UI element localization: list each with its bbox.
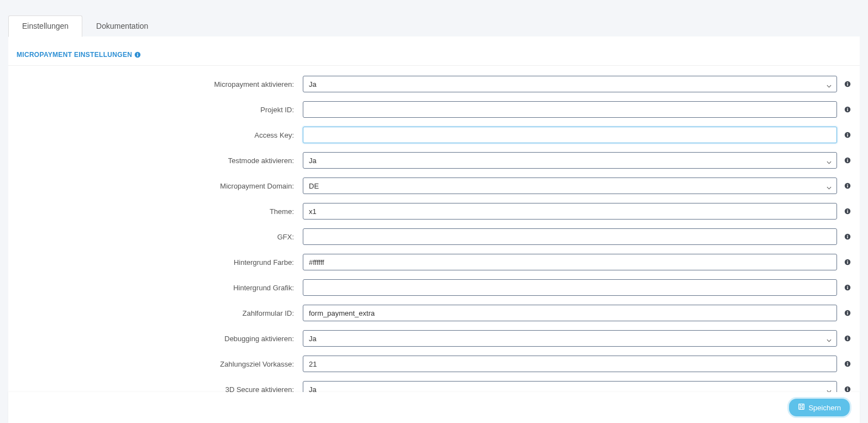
row-debugging: Debugging aktivieren: Ja bbox=[8, 330, 860, 347]
input-bgcolor[interactable] bbox=[303, 254, 837, 270]
info-icon[interactable] bbox=[844, 284, 851, 291]
info-icon[interactable] bbox=[844, 156, 851, 164]
label-bggraphic: Hintergrund Grafik: bbox=[17, 284, 303, 292]
info-icon[interactable] bbox=[844, 207, 851, 215]
svg-rect-25 bbox=[847, 262, 848, 264]
row-testmode: Testmode aktivieren: Ja bbox=[8, 152, 860, 169]
row-payform-id: Zahlformular ID: bbox=[8, 305, 860, 321]
label-theme: Theme: bbox=[17, 207, 303, 216]
input-payform-id[interactable] bbox=[303, 305, 837, 321]
info-icon[interactable] bbox=[844, 106, 851, 113]
svg-rect-23 bbox=[847, 235, 848, 236]
svg-rect-29 bbox=[847, 286, 848, 287]
tab-settings-label: Einstellungen bbox=[22, 22, 69, 30]
svg-rect-16 bbox=[847, 185, 848, 187]
info-icon[interactable] bbox=[844, 182, 851, 190]
label-activate: Micropayment aktivieren: bbox=[17, 80, 303, 88]
input-project-id[interactable] bbox=[303, 101, 837, 118]
row-theme: Theme: bbox=[8, 203, 860, 220]
row-bggraphic: Hintergrund Grafik: bbox=[8, 279, 860, 296]
info-icon[interactable] bbox=[134, 51, 141, 58]
svg-rect-7 bbox=[847, 109, 848, 111]
info-icon[interactable] bbox=[844, 360, 851, 368]
svg-rect-20 bbox=[847, 210, 848, 211]
input-access-key[interactable] bbox=[303, 127, 837, 143]
svg-rect-5 bbox=[847, 82, 848, 83]
svg-rect-4 bbox=[847, 83, 848, 86]
select-activate[interactable]: Ja bbox=[303, 76, 837, 92]
svg-rect-2 bbox=[137, 53, 138, 54]
row-domain: Micropayment Domain: DE bbox=[8, 177, 860, 194]
tab-docs[interactable]: Dokumentation bbox=[82, 15, 162, 36]
section-header: MICROPAYMENT EINSTELLUNGEN bbox=[8, 46, 860, 66]
info-icon[interactable] bbox=[844, 80, 851, 88]
select-testmode[interactable]: Ja bbox=[303, 152, 837, 169]
tab-settings[interactable]: Einstellungen bbox=[8, 15, 82, 37]
svg-rect-10 bbox=[847, 134, 848, 137]
svg-rect-8 bbox=[847, 108, 848, 109]
label-testmode: Testmode aktivieren: bbox=[17, 156, 303, 165]
label-access-key: Access Key: bbox=[17, 131, 303, 139]
svg-rect-14 bbox=[847, 159, 848, 160]
save-button-label: Speichern bbox=[808, 404, 841, 407]
svg-rect-31 bbox=[847, 312, 848, 315]
input-gfx[interactable] bbox=[303, 228, 837, 245]
svg-rect-26 bbox=[847, 260, 848, 262]
select-debugging[interactable]: Ja bbox=[303, 330, 837, 347]
label-bgcolor: Hintergrund Farbe: bbox=[17, 258, 303, 267]
footer-bar: Speichern bbox=[8, 392, 860, 406]
label-payform-id: Zahlformular ID: bbox=[17, 309, 303, 317]
label-project-id: Projekt ID: bbox=[17, 106, 303, 114]
svg-rect-34 bbox=[847, 338, 848, 340]
tabs: Einstellungen Dokumentation bbox=[8, 15, 860, 36]
svg-rect-1 bbox=[137, 54, 138, 56]
info-icon[interactable] bbox=[844, 309, 851, 317]
info-icon[interactable] bbox=[844, 131, 851, 139]
svg-rect-35 bbox=[847, 337, 848, 338]
svg-rect-28 bbox=[847, 287, 848, 289]
row-activate: Micropayment aktivieren: Ja bbox=[8, 76, 860, 92]
svg-rect-41 bbox=[847, 388, 848, 389]
input-bggraphic[interactable] bbox=[303, 279, 837, 296]
svg-rect-38 bbox=[847, 362, 848, 363]
label-debugging: Debugging aktivieren: bbox=[17, 335, 303, 343]
svg-rect-19 bbox=[847, 211, 848, 213]
svg-rect-40 bbox=[847, 389, 848, 391]
section-title: MICROPAYMENT EINSTELLUNGEN bbox=[17, 51, 132, 59]
info-icon[interactable] bbox=[844, 258, 851, 266]
label-gfx: GFX: bbox=[17, 233, 303, 241]
svg-rect-37 bbox=[847, 363, 848, 365]
row-bgcolor: Hintergrund Farbe: bbox=[8, 254, 860, 270]
svg-rect-11 bbox=[847, 133, 848, 134]
svg-rect-32 bbox=[847, 311, 848, 312]
row-prepay-target: Zahlungsziel Vorkasse: bbox=[8, 356, 860, 372]
info-icon[interactable] bbox=[844, 335, 851, 342]
info-icon[interactable] bbox=[844, 233, 851, 241]
save-icon bbox=[798, 403, 805, 406]
svg-rect-22 bbox=[847, 236, 848, 238]
svg-rect-17 bbox=[847, 184, 848, 185]
svg-rect-13 bbox=[847, 160, 848, 162]
input-prepay-target[interactable] bbox=[303, 356, 837, 372]
save-button[interactable]: Speichern bbox=[789, 399, 850, 406]
select-domain[interactable]: DE bbox=[303, 177, 837, 194]
row-project-id: Projekt ID: bbox=[8, 101, 860, 118]
row-access-key: Access Key: bbox=[8, 127, 860, 143]
tab-docs-label: Dokumentation bbox=[96, 22, 148, 30]
row-gfx: GFX: bbox=[8, 228, 860, 245]
input-theme[interactable] bbox=[303, 203, 837, 220]
label-domain: Micropayment Domain: bbox=[17, 182, 303, 190]
label-prepay-target: Zahlungsziel Vorkasse: bbox=[17, 360, 303, 368]
settings-panel: MICROPAYMENT EINSTELLUNGEN Micropayment … bbox=[8, 36, 860, 398]
